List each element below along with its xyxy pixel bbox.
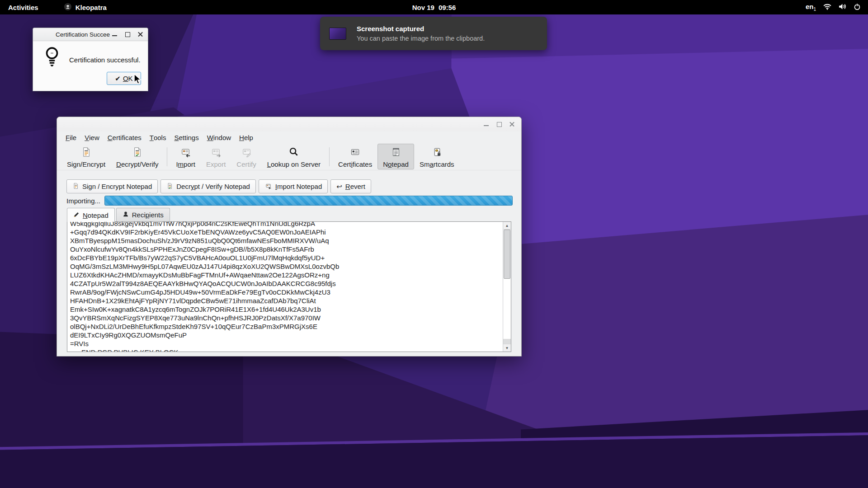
notepad-line: RwrAB/9og/FWjcNSwCumG4pJ5HDU49w+50VrmEaD… xyxy=(70,288,501,296)
kleopatra-app-icon xyxy=(64,3,72,12)
export-icon xyxy=(210,146,222,160)
toolbar-export[interactable]: Export xyxy=(201,144,231,169)
lightbulb-icon xyxy=(44,47,60,69)
dialog-titlebar[interactable]: Certification Succee xyxy=(33,28,148,41)
power-icon xyxy=(854,3,861,12)
notepad-line: HFAHDnB+1X29kEhtAjFYpRjNY71vlDqpdeCBw5wE… xyxy=(70,296,501,305)
scroll-down-icon[interactable]: ▼ xyxy=(503,344,511,352)
close-icon[interactable] xyxy=(508,120,517,129)
toolbar-import[interactable]: Import xyxy=(170,144,201,169)
scrollbar-track-block xyxy=(503,339,511,344)
status-area[interactable]: en1 xyxy=(806,0,868,14)
toolbar-lookup-server[interactable]: Lookup on Server xyxy=(262,144,326,169)
menu-window[interactable]: Window xyxy=(203,131,235,143)
window-titlebar[interactable] xyxy=(57,117,521,131)
mouse-cursor xyxy=(132,74,143,87)
certification-dialog: Certification Succee Certification succe… xyxy=(33,28,148,91)
clock[interactable]: Nov 19 09:56 xyxy=(412,4,456,11)
toolbar-certify[interactable]: Certify xyxy=(231,144,261,169)
notepad-line: 4CZATpUr5W2alT994z8AEQEAAYkBHwQYAQoACQUC… xyxy=(70,279,501,288)
notepad-text: W5kqgkgIqlluJ8skgejVkbq1mvTfW7hQxjPp0d4n… xyxy=(70,221,501,352)
menu-view[interactable]: View xyxy=(80,131,104,143)
toolbar-notepad[interactable]: Notepad xyxy=(377,144,414,169)
notepad-line: OqMG/3mSzLM3MHwy9H5pL07AqwEU0zAJ147U4pi8… xyxy=(70,262,501,271)
sign-encrypt-notepad-button[interactable]: Sign / Encrypt Notepad xyxy=(66,179,158,193)
menu-help[interactable]: Help xyxy=(235,131,257,143)
app-menu-label: Kleopatra xyxy=(75,4,107,11)
document-verify-icon xyxy=(132,146,143,160)
import-icon xyxy=(180,146,191,160)
app-menu-button[interactable]: Kleopatra xyxy=(64,3,107,12)
notepad-line: OuYxoNlcufwYv8Qn4kkSLsPPHExJnZ0CpegF8ISw… xyxy=(70,245,501,253)
menu-tools[interactable]: Tools xyxy=(146,131,170,143)
dialog-title: Certification Succee xyxy=(56,31,110,38)
progress-label: Importing... xyxy=(66,197,104,205)
certify-icon xyxy=(241,146,252,160)
import-progress: Importing... xyxy=(66,196,513,206)
menu-bar: File View Certificates Tools Settings Wi… xyxy=(57,131,521,143)
screenshot-thumbnail xyxy=(329,28,346,40)
scrollbar[interactable]: ▲ ▼ xyxy=(503,222,511,352)
notepad-editor[interactable]: W5kqgkgIqlluJ8skgejVkbq1mvTfW7hQxjPp0d4n… xyxy=(67,221,511,352)
close-icon[interactable] xyxy=(136,30,145,39)
volume-icon xyxy=(839,3,846,11)
menu-settings[interactable]: Settings xyxy=(170,131,203,143)
maximize-icon[interactable] xyxy=(123,30,132,39)
notepad-line: Emk+SIw0K+xagnatkC8A1yzcq6mTognZOJk7PORi… xyxy=(70,305,501,314)
toolbar-certificates[interactable]: Certificates xyxy=(333,144,377,169)
notepad-line: +Gqq7d94QKdKV9IF2rbKiyEr45VkCUoXeTbENQVA… xyxy=(70,228,501,236)
person-icon xyxy=(123,211,129,219)
pencil-icon xyxy=(73,211,80,219)
notepad-line: dEI9LTxCIy9Rg0XQGZUOMsmQeFuP xyxy=(70,331,501,339)
kleopatra-window: File View Certificates Tools Settings Wi… xyxy=(57,117,522,357)
notification-title: Screenshot captured xyxy=(357,25,485,33)
tab-notepad[interactable]: Notepad xyxy=(67,208,115,222)
scroll-up-icon[interactable]: ▲ xyxy=(503,222,511,230)
tab-recipients[interactable]: Recipients xyxy=(116,208,170,221)
toolbar-smartcards[interactable]: Smartcards xyxy=(414,144,460,169)
smartcard-icon xyxy=(431,146,443,160)
activities-button[interactable]: Activities xyxy=(0,0,47,14)
ok-button-label: OK xyxy=(123,75,133,82)
clock-date: Nov 19 xyxy=(412,4,434,11)
notepad-line: W5kqgkgIqlluJ8skgejVkbq1mvTfW7hQxjPp0d4n… xyxy=(70,221,501,228)
notepad-icon xyxy=(390,146,401,160)
scrollbar-thumb[interactable] xyxy=(504,230,510,279)
toolbar-separator xyxy=(329,147,330,166)
notepad-line: 3QvYBRSmXqNcFizgSYEP8Xqe773uNa9lnChQn+pf… xyxy=(70,314,501,322)
notepad-line: olBQj+NxDLi2/UrDeBhEfuKfkmpzStdeKh97SV+1… xyxy=(70,322,501,331)
toolbar-sign-encrypt[interactable]: Sign/Encrypt xyxy=(61,144,111,169)
menu-certificates[interactable]: Certificates xyxy=(104,131,146,143)
minimize-icon[interactable] xyxy=(110,30,119,39)
revert-icon: ↩ xyxy=(336,183,342,191)
maximize-icon[interactable] xyxy=(495,120,504,129)
check-icon: ✔ xyxy=(115,75,121,83)
minimize-icon[interactable] xyxy=(481,120,491,129)
toolbar: Sign/Encrypt Decrypt/Verify xyxy=(57,143,521,170)
import-notepad-button[interactable]: Import Notepad xyxy=(259,179,328,193)
decrypt-verify-notepad-button[interactable]: Decrypt / Verify Notepad xyxy=(160,179,256,193)
notepad-line: LUZ6XtkdKHAcZHMD/xmayyKDsMuBbFagFTMnUf+A… xyxy=(70,271,501,279)
notepad-line: -----END PGP PUBLIC KEY BLOCK----- xyxy=(70,348,501,352)
notepad-line: XBmTByesppM15masDochuSh/zJ9rV9zN851uQbQ0… xyxy=(70,236,501,245)
notification-body: You can paste the image from the clipboa… xyxy=(357,35,485,42)
wifi-icon xyxy=(823,4,831,11)
document-sign-icon xyxy=(80,146,92,160)
menu-file[interactable]: File xyxy=(61,131,80,143)
search-icon xyxy=(288,146,299,160)
revert-button[interactable]: ↩ Revert xyxy=(330,179,371,193)
import-icon xyxy=(264,183,272,191)
clock-time: 09:56 xyxy=(439,4,456,11)
notepad-tabs: Notepad Recipients xyxy=(67,208,521,221)
desktop: Activities Kleopatra Nov 19 09:56 en1 xyxy=(0,0,868,488)
keyboard-layout-indicator: en1 xyxy=(806,3,816,12)
toolbar-separator xyxy=(167,147,167,166)
notepad-actions: Sign / Encrypt Notepad Decrypt / Verify … xyxy=(66,179,521,193)
toolbar-decrypt-verify[interactable]: Decrypt/Verify xyxy=(111,144,164,169)
document-sign-icon xyxy=(72,182,79,191)
dialog-message: Certification successful. xyxy=(69,56,141,64)
notification-banner[interactable]: Screenshot captured You can paste the im… xyxy=(320,17,547,50)
notepad-line: 6xDcFBYbE19pXrTFb/Bs7yW22qS7yC5VBAHcA0ou… xyxy=(70,253,501,262)
progress-bar xyxy=(104,196,513,206)
certificates-icon xyxy=(349,146,361,160)
